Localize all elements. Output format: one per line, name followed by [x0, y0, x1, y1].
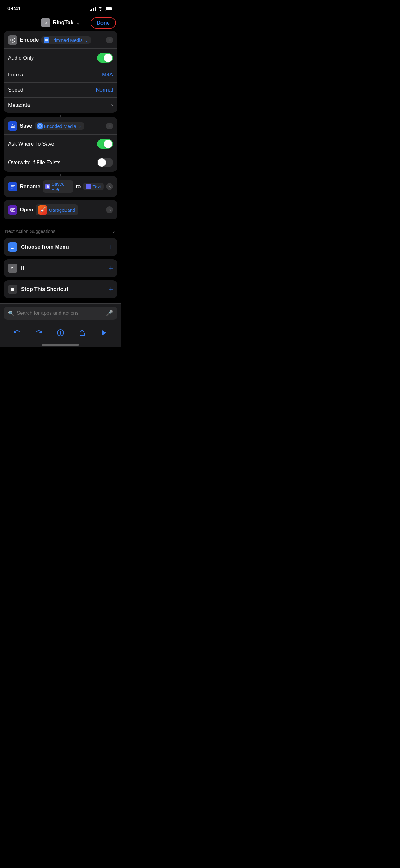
- encode-icon: [8, 35, 18, 45]
- save-card-header: Save Encoded Media ⌄ ✕: [4, 117, 117, 135]
- saved-file-variable[interactable]: Saved File: [43, 180, 73, 193]
- svg-text:T: T: [87, 185, 89, 188]
- rename-action-label: Rename: [20, 183, 40, 190]
- encode-variable[interactable]: Trimmed Media ⌄: [41, 36, 91, 44]
- text-variable-label: Text: [92, 184, 101, 189]
- overwrite-label: Overwrite If File Exists: [8, 160, 61, 166]
- garageband-variable[interactable]: 🎸 GarageBand: [36, 204, 77, 215]
- mic-icon[interactable]: 🎤: [106, 310, 113, 317]
- done-button[interactable]: Done: [91, 18, 116, 29]
- battery-icon: [105, 6, 113, 11]
- svg-rect-7: [10, 188, 13, 189]
- garageband-label: GarageBand: [49, 207, 75, 213]
- open-action-label: Open: [20, 207, 33, 213]
- speed-label: Speed: [8, 87, 23, 93]
- encoded-media-icon: [37, 123, 43, 129]
- rename-close-button[interactable]: ✕: [106, 183, 113, 190]
- search-icon: 🔍: [8, 310, 14, 316]
- text-variable-icon: T: [86, 184, 91, 189]
- save-close-button[interactable]: ✕: [106, 123, 113, 129]
- trimmed-media-label: Trimmed Media: [51, 37, 83, 43]
- svg-rect-5: [10, 185, 15, 186]
- save-card: Save Encoded Media ⌄ ✕ Ask Where To Save…: [4, 117, 117, 172]
- format-value: M4A: [102, 72, 113, 78]
- trimmed-media-icon: [44, 37, 49, 43]
- undo-button[interactable]: [11, 327, 23, 339]
- svg-point-16: [60, 331, 61, 332]
- open-icon: [8, 205, 18, 215]
- overwrite-row: Overwrite If File Exists: [4, 153, 117, 172]
- if-add-icon[interactable]: +: [109, 264, 113, 272]
- choose-from-menu-add-icon[interactable]: +: [109, 243, 113, 251]
- if-icon: Y: [8, 264, 18, 273]
- svg-text:Y: Y: [11, 266, 13, 270]
- status-time: 09:41: [7, 6, 21, 12]
- audio-only-label: Audio Only: [8, 55, 34, 61]
- nav-title[interactable]: ♪ RingTok ⌄: [41, 18, 80, 27]
- ask-where-row: Ask Where To Save: [4, 135, 117, 153]
- encode-card-header: Encode Trimmed Media ⌄ ✕: [4, 31, 117, 49]
- svg-rect-3: [12, 124, 13, 125]
- search-bar: 🔍 🎤: [4, 307, 117, 320]
- redo-button[interactable]: [33, 327, 45, 339]
- stop-icon: [8, 285, 18, 294]
- save-action-label: Save: [20, 123, 32, 129]
- encode-action-label: Encode: [20, 37, 39, 43]
- search-input[interactable]: [17, 310, 104, 316]
- rename-inline-content: Rename Saved File to T: [20, 180, 104, 193]
- open-card-header: Open 🎸 GarageBand ✕: [4, 200, 117, 219]
- main-content: Encode Trimmed Media ⌄ ✕ Audio Only Form…: [0, 31, 121, 302]
- search-container: 🔍 🎤: [0, 303, 121, 323]
- share-button[interactable]: [76, 327, 88, 339]
- next-actions-header: Next Action Suggestions ⌄: [4, 223, 117, 238]
- home-indicator: [0, 341, 121, 347]
- save-variable[interactable]: Encoded Media ⌄: [35, 122, 84, 130]
- rename-card-header: Rename Saved File to T: [4, 176, 117, 197]
- status-icons: [90, 6, 113, 11]
- suggestion-if[interactable]: Y If +: [4, 259, 117, 277]
- saved-file-label: Saved File: [52, 181, 71, 192]
- encode-card: Encode Trimmed Media ⌄ ✕ Audio Only Form…: [4, 31, 117, 113]
- format-row[interactable]: Format M4A: [4, 67, 117, 83]
- text-variable[interactable]: T Text: [83, 183, 104, 190]
- suggestion-stop[interactable]: Stop This Shortcut +: [4, 280, 117, 298]
- rename-card: Rename Saved File to T: [4, 176, 117, 197]
- suggestion-choose-from-menu[interactable]: Choose from Menu +: [4, 238, 117, 256]
- garageband-app-icon: 🎸: [38, 205, 47, 215]
- metadata-row[interactable]: Metadata ›: [4, 98, 117, 113]
- metadata-label: Metadata: [8, 102, 30, 108]
- svg-rect-6: [10, 186, 14, 187]
- stop-label: Stop This Shortcut: [21, 286, 109, 292]
- next-actions-title: Next Action Suggestions: [5, 228, 56, 234]
- overwrite-toggle[interactable]: [97, 158, 113, 167]
- audio-only-toggle[interactable]: [97, 53, 113, 63]
- speed-value: Normal: [96, 87, 113, 93]
- encoded-media-label: Encoded Media: [44, 124, 76, 129]
- nav-chevron-icon[interactable]: ⌄: [76, 20, 80, 26]
- variable-chevron-icon: ⌄: [85, 37, 88, 42]
- status-bar: 09:41: [0, 0, 121, 16]
- audio-only-row: Audio Only: [4, 49, 117, 67]
- rename-icon: [8, 182, 18, 191]
- choose-from-menu-icon: [8, 243, 18, 252]
- svg-rect-2: [11, 126, 14, 128]
- open-close-button[interactable]: ✕: [106, 207, 113, 213]
- svg-rect-11: [10, 247, 15, 247]
- encode-close-button[interactable]: ✕: [106, 37, 113, 43]
- metadata-chevron-icon: ›: [111, 102, 113, 108]
- save-icon: [8, 121, 18, 131]
- app-name: RingTok: [53, 20, 73, 26]
- stop-add-icon[interactable]: +: [109, 285, 113, 293]
- save-variable-chevron-icon: ⌄: [78, 124, 82, 128]
- speed-row[interactable]: Speed Normal: [4, 83, 117, 98]
- next-actions-chevron-icon[interactable]: ⌄: [111, 227, 116, 235]
- format-label: Format: [8, 72, 25, 78]
- svg-rect-12: [10, 248, 14, 249]
- info-button[interactable]: [54, 327, 67, 339]
- app-icon: ♪: [41, 18, 50, 27]
- svg-point-4: [39, 125, 41, 127]
- home-bar: [42, 344, 79, 345]
- play-button[interactable]: [98, 327, 110, 339]
- ask-where-toggle[interactable]: [97, 139, 113, 149]
- svg-rect-9: [10, 208, 15, 211]
